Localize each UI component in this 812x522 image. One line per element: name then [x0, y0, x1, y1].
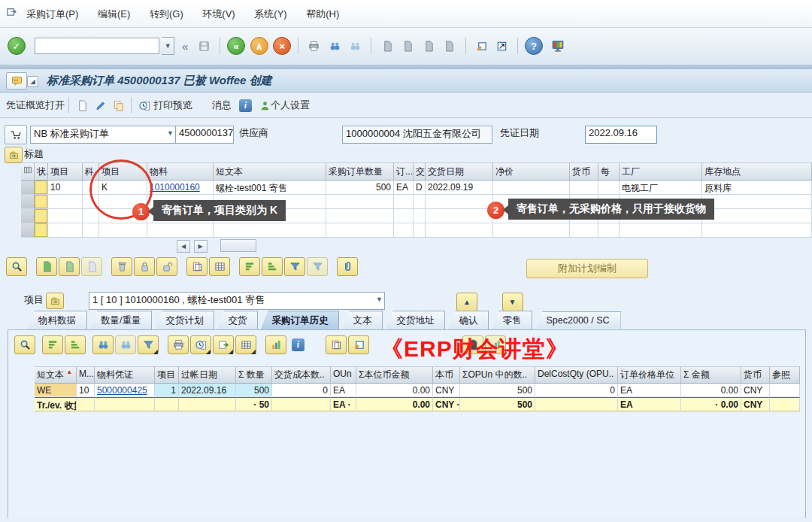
alv-preview-button[interactable]: ◢	[190, 335, 211, 354]
menu-system[interactable]: 系统(Y)	[246, 0, 295, 21]
hist-col-header[interactable]: OUn	[331, 366, 356, 384]
personal-settings-button[interactable]: 个人设置	[271, 99, 310, 112]
alv-graphic-button[interactable]	[265, 335, 286, 354]
find-next-button[interactable]	[347, 37, 365, 55]
tab-retail[interactable]: 零售	[491, 311, 532, 330]
item-detail-expand-button[interactable]	[46, 293, 64, 309]
command-field[interactable]	[35, 38, 159, 54]
tab-spec2000[interactable]: Spec2000 / SC	[535, 311, 620, 329]
cell-per[interactable]	[598, 181, 620, 195]
tab-delivery[interactable]: 交货	[217, 311, 258, 330]
lock-item-button[interactable]	[134, 257, 155, 276]
menu-purchase-order[interactable]: 采购订单(P)	[18, 0, 86, 21]
vendor-field[interactable]: 1000000004 沈阳五金有限公司	[342, 126, 492, 144]
copy-item-button[interactable]	[186, 257, 208, 276]
help-button[interactable]: ?	[525, 37, 543, 55]
alv-extra2-button[interactable]	[348, 335, 369, 354]
item-details-button[interactable]	[36, 257, 57, 276]
col-header[interactable]: 交货日期	[426, 162, 493, 181]
hist-col-header[interactable]: 物料凭证	[95, 366, 155, 384]
enter-button[interactable]: ✓	[8, 37, 26, 55]
col-header[interactable]: 短文本	[214, 162, 326, 181]
tab-po-history[interactable]: 采购订单历史	[260, 311, 339, 330]
tab-delivery-address[interactable]: 交货地址	[385, 311, 445, 330]
additional-planning-button[interactable]: 附加计划编制	[526, 259, 648, 278]
col-header[interactable]: 净价	[493, 162, 570, 181]
hist-col-header[interactable]: 订单价格单位	[618, 366, 681, 384]
tab-confirmations[interactable]: 确认	[447, 311, 489, 330]
status-cell[interactable]	[35, 181, 48, 195]
material-link[interactable]: 1010000160	[150, 182, 200, 193]
remove-filter-button[interactable]	[307, 257, 328, 276]
hist-cell-amount-lc[interactable]: 0.00	[356, 384, 433, 397]
hist-cell-reference[interactable]	[770, 384, 800, 397]
next-item-button[interactable]: ▼	[502, 293, 523, 311]
hist-col-header[interactable]: Σ 金额	[681, 366, 741, 384]
hist-cell-short-text[interactable]: WE	[35, 384, 77, 397]
hist-cell-order-price-unit[interactable]: EA	[618, 384, 681, 397]
info-icon[interactable]: i	[239, 99, 252, 112]
next-page-button[interactable]	[420, 37, 438, 55]
last-page-button[interactable]	[441, 37, 459, 55]
save-button[interactable]	[195, 37, 214, 55]
print-preview-button[interactable]: 打印预览	[153, 99, 192, 112]
document-overview-button[interactable]: 凭证概览打开	[6, 99, 65, 112]
item-details3-button[interactable]	[81, 257, 102, 276]
po-number-field[interactable]: 4500000137	[175, 126, 234, 144]
collapse-icon[interactable]: «	[182, 40, 188, 53]
messages-button[interactable]: 消息	[212, 99, 232, 112]
cell-item-number[interactable]: 10	[48, 181, 83, 195]
order-type-select[interactable]: NB 标准采购订单 ▼	[30, 126, 176, 144]
cell-material[interactable]: 1010000160	[147, 181, 214, 195]
menu-edit[interactable]: 编辑(E)	[89, 0, 138, 21]
alv-layout-button[interactable]: ◢	[235, 335, 256, 354]
cell-plant[interactable]: 电视工厂	[620, 181, 702, 195]
cell-date-category[interactable]: D	[414, 181, 426, 195]
col-header[interactable]: 库存地点	[702, 162, 812, 181]
item-details2-button[interactable]	[59, 257, 80, 276]
tab-texts[interactable]: 文本	[341, 311, 383, 330]
cancel-button[interactable]: ×	[273, 37, 291, 55]
col-header[interactable]: 采购订单数量	[326, 162, 394, 181]
cell-net-price[interactable]	[493, 181, 570, 195]
tab-delivery-schedule[interactable]: 交货计划	[154, 311, 214, 330]
col-header[interactable]: 每	[598, 162, 620, 181]
col-header[interactable]: 货币	[570, 162, 598, 181]
hist-cell-qty-opun[interactable]: 500	[460, 384, 535, 397]
hist-cell-material-doc[interactable]: 5000000425	[95, 384, 155, 397]
col-header[interactable]: 物料	[147, 162, 214, 181]
delete-item-button[interactable]	[111, 257, 132, 276]
alv-info-button[interactable]: i	[292, 338, 304, 351]
unlock-item-button[interactable]	[156, 257, 177, 276]
header-expand-button[interactable]	[5, 147, 23, 163]
transaction-exit-icon[interactable]	[6, 6, 17, 20]
previous-item-button[interactable]: ▲	[456, 293, 477, 311]
scroll-left-button[interactable]: ◀	[177, 240, 190, 253]
first-page-button[interactable]	[378, 37, 396, 55]
alv-sort-desc-button[interactable]	[65, 335, 86, 354]
col-header[interactable]: 项目	[48, 162, 83, 181]
row-selector[interactable]	[21, 223, 35, 238]
hist-col-header[interactable]: 本币	[433, 366, 460, 384]
row-selector[interactable]	[21, 195, 35, 209]
hist-col-header[interactable]: Σ 数量	[236, 366, 272, 384]
sort-descending-button[interactable]	[262, 257, 283, 276]
tab-material-data[interactable]: 物料数据	[27, 311, 87, 330]
hist-col-header[interactable]: M...	[77, 366, 95, 384]
alv-search-button[interactable]	[14, 335, 35, 354]
hist-cell-movement-type[interactable]: 10	[77, 384, 95, 397]
menu-environment[interactable]: 环境(V)	[194, 0, 243, 21]
item-select[interactable]: 1 [ 10 ] 1010000160 , 螺栓-test001 寄售 ▼	[89, 292, 385, 310]
exit-button[interactable]: ∧	[250, 37, 268, 55]
alv-filter-button[interactable]: ◢	[138, 335, 159, 354]
hist-cell-item[interactable]: 1	[155, 384, 179, 397]
title-menu-icon[interactable]	[6, 72, 27, 90]
gui-settings-button[interactable]	[549, 37, 567, 55]
command-dropdown-button[interactable]: ▼	[162, 37, 174, 55]
title-dropdown-icon[interactable]: ◢	[27, 76, 38, 87]
alv-export-button[interactable]: ◢	[213, 335, 234, 354]
row-selector[interactable]	[21, 181, 35, 195]
cart-icon[interactable]	[5, 125, 27, 144]
col-header[interactable]: 交	[414, 162, 426, 181]
hist-col-header[interactable]: 交货成本数..	[272, 366, 331, 384]
